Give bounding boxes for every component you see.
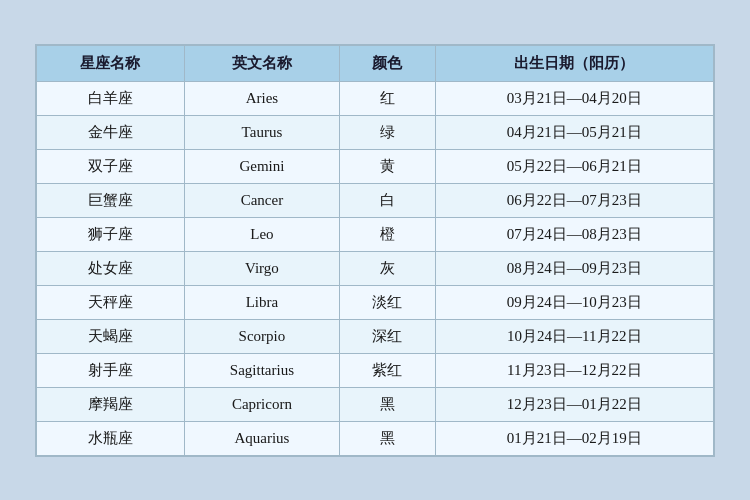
cell-chinese-name: 水瓶座	[37, 421, 185, 455]
cell-english-name: Gemini	[184, 149, 339, 183]
cell-english-name: Libra	[184, 285, 339, 319]
cell-chinese-name: 双子座	[37, 149, 185, 183]
cell-chinese-name: 天蝎座	[37, 319, 185, 353]
cell-english-name: Sagittarius	[184, 353, 339, 387]
cell-chinese-name: 射手座	[37, 353, 185, 387]
cell-english-name: Aquarius	[184, 421, 339, 455]
cell-english-name: Capricorn	[184, 387, 339, 421]
cell-english-name: Taurus	[184, 115, 339, 149]
cell-color: 深红	[339, 319, 435, 353]
cell-dates: 04月21日—05月21日	[435, 115, 713, 149]
zodiac-table: 星座名称 英文名称 颜色 出生日期（阳历） 白羊座Aries红03月21日—04…	[36, 45, 714, 456]
cell-color: 黑	[339, 421, 435, 455]
cell-dates: 10月24日—11月22日	[435, 319, 713, 353]
table-row: 摩羯座Capricorn黑12月23日—01月22日	[37, 387, 714, 421]
table-row: 白羊座Aries红03月21日—04月20日	[37, 81, 714, 115]
table-row: 双子座Gemini黄05月22日—06月21日	[37, 149, 714, 183]
header-dates: 出生日期（阳历）	[435, 45, 713, 81]
cell-color: 白	[339, 183, 435, 217]
cell-chinese-name: 狮子座	[37, 217, 185, 251]
cell-english-name: Cancer	[184, 183, 339, 217]
cell-color: 黑	[339, 387, 435, 421]
table-row: 狮子座Leo橙07月24日—08月23日	[37, 217, 714, 251]
table-row: 金牛座Taurus绿04月21日—05月21日	[37, 115, 714, 149]
cell-english-name: Aries	[184, 81, 339, 115]
table-row: 巨蟹座Cancer白06月22日—07月23日	[37, 183, 714, 217]
header-color: 颜色	[339, 45, 435, 81]
cell-dates: 03月21日—04月20日	[435, 81, 713, 115]
cell-dates: 01月21日—02月19日	[435, 421, 713, 455]
zodiac-table-container: 星座名称 英文名称 颜色 出生日期（阳历） 白羊座Aries红03月21日—04…	[35, 44, 715, 457]
cell-chinese-name: 天秤座	[37, 285, 185, 319]
cell-color: 绿	[339, 115, 435, 149]
table-row: 水瓶座Aquarius黑01月21日—02月19日	[37, 421, 714, 455]
cell-english-name: Scorpio	[184, 319, 339, 353]
cell-english-name: Virgo	[184, 251, 339, 285]
cell-chinese-name: 处女座	[37, 251, 185, 285]
cell-dates: 06月22日—07月23日	[435, 183, 713, 217]
cell-dates: 07月24日—08月23日	[435, 217, 713, 251]
cell-english-name: Leo	[184, 217, 339, 251]
cell-color: 紫红	[339, 353, 435, 387]
cell-chinese-name: 白羊座	[37, 81, 185, 115]
cell-color: 淡红	[339, 285, 435, 319]
cell-dates: 08月24日—09月23日	[435, 251, 713, 285]
cell-dates: 12月23日—01月22日	[435, 387, 713, 421]
table-body: 白羊座Aries红03月21日—04月20日金牛座Taurus绿04月21日—0…	[37, 81, 714, 455]
header-chinese-name: 星座名称	[37, 45, 185, 81]
cell-color: 灰	[339, 251, 435, 285]
table-row: 处女座Virgo灰08月24日—09月23日	[37, 251, 714, 285]
cell-dates: 11月23日—12月22日	[435, 353, 713, 387]
table-row: 天蝎座Scorpio深红10月24日—11月22日	[37, 319, 714, 353]
table-row: 射手座Sagittarius紫红11月23日—12月22日	[37, 353, 714, 387]
table-row: 天秤座Libra淡红09月24日—10月23日	[37, 285, 714, 319]
cell-chinese-name: 巨蟹座	[37, 183, 185, 217]
table-header-row: 星座名称 英文名称 颜色 出生日期（阳历）	[37, 45, 714, 81]
cell-color: 橙	[339, 217, 435, 251]
cell-chinese-name: 金牛座	[37, 115, 185, 149]
cell-color: 红	[339, 81, 435, 115]
cell-dates: 05月22日—06月21日	[435, 149, 713, 183]
cell-dates: 09月24日—10月23日	[435, 285, 713, 319]
cell-chinese-name: 摩羯座	[37, 387, 185, 421]
header-english-name: 英文名称	[184, 45, 339, 81]
cell-color: 黄	[339, 149, 435, 183]
